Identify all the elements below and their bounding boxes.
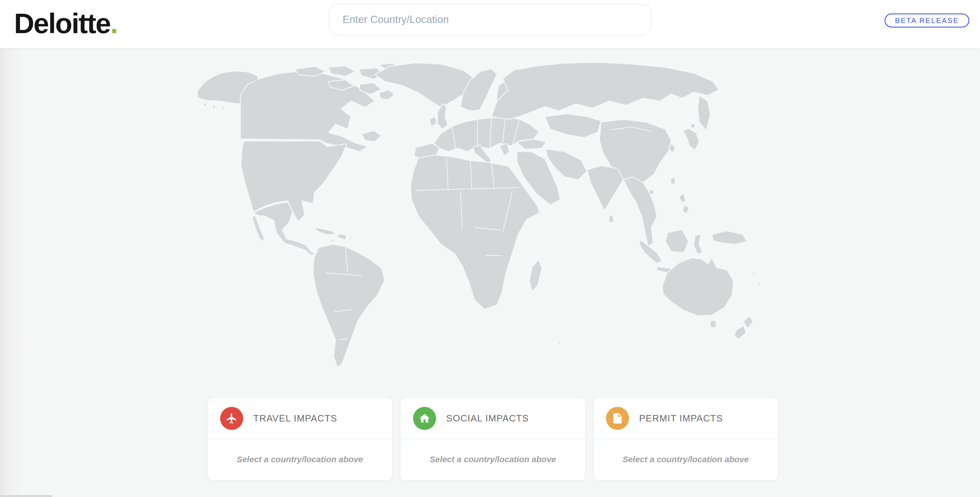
home-icon xyxy=(413,407,436,430)
social-impacts-card[interactable]: SOCIAL IMPACTS Select a country/location… xyxy=(401,398,585,480)
world-map[interactable] xyxy=(194,59,783,371)
search-input[interactable] xyxy=(329,4,651,35)
app-header: Deloitte. BETA RELEASE xyxy=(0,0,980,48)
map-iceland xyxy=(379,90,395,100)
logo-text: Deloitte xyxy=(14,8,110,39)
document-icon xyxy=(606,407,629,430)
logo-green-dot: . xyxy=(110,8,118,39)
card-title: PERMIT IMPACTS xyxy=(639,413,723,424)
card-title: TRAVEL IMPACTS xyxy=(253,413,337,424)
map-central-asia xyxy=(545,114,601,138)
map-indochina xyxy=(624,177,657,247)
travel-impacts-card[interactable]: TRAVEL IMPACTS Select a country/location… xyxy=(208,398,392,480)
beta-release-badge[interactable]: BETA RELEASE xyxy=(885,13,969,27)
permit-impacts-card[interactable]: PERMIT IMPACTS Select a country/location… xyxy=(593,398,778,480)
map-baja xyxy=(252,215,264,242)
permit-impacts-body: Select a country/location above xyxy=(593,439,778,479)
permit-impacts-header: PERMIT IMPACTS xyxy=(593,398,778,439)
map-tasmania xyxy=(710,320,717,328)
map-new-zealand xyxy=(744,316,753,328)
horizontal-scrollbar-thumb[interactable] xyxy=(0,495,52,497)
map-sulawesi xyxy=(694,234,703,254)
card-note: Select a country/location above xyxy=(622,455,749,464)
map-australia xyxy=(662,258,733,316)
map-canada xyxy=(240,71,375,151)
map-borneo xyxy=(665,230,689,253)
map-new-guinea xyxy=(712,231,747,244)
map-usa xyxy=(241,141,347,222)
map-africa xyxy=(410,155,540,309)
map-madagascar xyxy=(529,260,542,292)
map-japan xyxy=(683,129,699,150)
card-note: Select a country/location above xyxy=(237,455,363,464)
deloitte-logo: Deloitte. xyxy=(14,8,118,39)
social-impacts-body: Select a country/location above xyxy=(401,439,585,479)
map-india xyxy=(587,166,624,210)
airplane-icon xyxy=(220,407,243,430)
map-newfoundland xyxy=(362,131,381,142)
map-russia xyxy=(492,62,719,119)
map-uk xyxy=(438,104,448,129)
travel-impacts-body: Select a country/location above xyxy=(208,439,392,479)
map-greenland xyxy=(375,63,476,107)
world-map-svg xyxy=(194,59,783,371)
map-south-america xyxy=(313,244,385,367)
travel-impacts-header: TRAVEL IMPACTS xyxy=(208,398,392,439)
card-title: SOCIAL IMPACTS xyxy=(446,413,529,424)
map-cuba xyxy=(315,228,336,234)
map-mexico xyxy=(253,202,315,255)
social-impacts-header: SOCIAL IMPACTS xyxy=(401,398,585,439)
map-kamchatka xyxy=(698,96,710,131)
card-note: Select a country/location above xyxy=(430,455,556,464)
